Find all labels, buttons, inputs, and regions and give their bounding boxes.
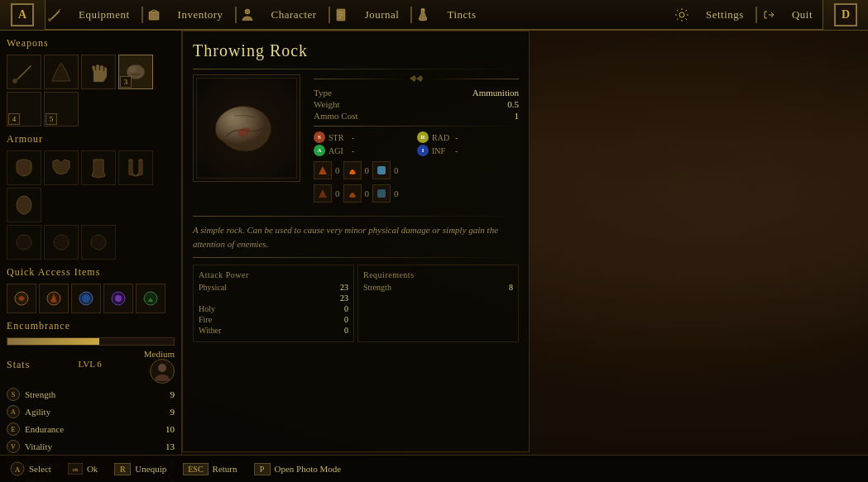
svg-text:ok: ok bbox=[72, 466, 79, 473]
controller-a-icon: A bbox=[10, 461, 25, 476]
nav-sep-1 bbox=[141, 7, 143, 23]
armour-slot-2[interactable] bbox=[44, 150, 79, 185]
stat-endurance: E Endurance 10 bbox=[7, 422, 175, 437]
nav-quit[interactable]: Quit bbox=[782, 0, 822, 30]
svg-point-11 bbox=[128, 66, 137, 73]
nav-sep-2 bbox=[235, 7, 237, 23]
nav-journal[interactable]: Journal bbox=[355, 0, 410, 30]
ok-key-icon: ok bbox=[68, 463, 83, 475]
left-key-badge: A bbox=[11, 3, 34, 26]
slot-badge-4: 3 bbox=[120, 76, 132, 88]
main-item-panel: Throwing Rock bbox=[182, 31, 530, 452]
svg-point-12 bbox=[17, 196, 31, 214]
armour-slot-3[interactable] bbox=[81, 150, 116, 185]
quick-access-title: Quick Access Items bbox=[7, 266, 175, 279]
buff-row-1: 0 0 0 bbox=[314, 161, 519, 179]
endurance-icon: E bbox=[7, 422, 20, 436]
weapon-slot-5[interactable]: 4 bbox=[7, 92, 41, 126]
agi-icon: A bbox=[314, 145, 325, 156]
armour-grid-2 bbox=[7, 225, 175, 260]
qa-slot-1[interactable] bbox=[7, 284, 36, 313]
encumbrance-label: Medium bbox=[7, 349, 175, 359]
top-navigation: A Equipment Inventory Character Journal … bbox=[0, 0, 868, 31]
character-nav-icon bbox=[238, 6, 257, 24]
stat-agility: A Agility 9 bbox=[7, 404, 175, 419]
strength-value: 9 bbox=[158, 389, 175, 399]
item-image-frame bbox=[193, 74, 300, 182]
nav-sep-5 bbox=[755, 7, 757, 23]
requirements-section: Requirements Strength 8 bbox=[357, 265, 519, 342]
stats-title: Stats bbox=[7, 359, 30, 384]
armour-slot-4[interactable] bbox=[118, 150, 153, 185]
qa-slot-4[interactable] bbox=[103, 284, 133, 313]
qa-slot-5[interactable] bbox=[136, 284, 165, 313]
settings-nav-icon bbox=[673, 6, 691, 24]
inf-icon: I bbox=[417, 145, 429, 156]
buff-icon-5 bbox=[343, 184, 362, 203]
svg-point-2 bbox=[245, 9, 250, 14]
ap-value-row: - 23 bbox=[199, 293, 348, 303]
wither-row: Wither 0 bbox=[199, 326, 348, 335]
left-corner-key: A bbox=[0, 0, 46, 30]
ok-action: ok Ok bbox=[68, 463, 98, 475]
armour-slot-6[interactable] bbox=[7, 225, 41, 260]
weapon-slot-6[interactable]: 5 bbox=[44, 92, 79, 126]
nav-equipment[interactable]: Equipment bbox=[69, 0, 140, 30]
desc-divider-top bbox=[193, 216, 519, 217]
player-avatar bbox=[150, 359, 175, 384]
level-badge: LVL 6 bbox=[79, 359, 102, 384]
svg-text:A: A bbox=[15, 465, 21, 474]
svg-point-8 bbox=[679, 12, 684, 17]
endurance-value: 10 bbox=[158, 424, 175, 434]
select-action: A Select bbox=[10, 461, 51, 476]
strength-req-row: Strength 8 bbox=[363, 283, 513, 292]
holy-row: Holy 0 bbox=[199, 304, 348, 313]
nav-inventory[interactable]: Inventory bbox=[168, 0, 233, 30]
rad-attr: R RAD - bbox=[417, 131, 519, 143]
unequip-label: Unequip bbox=[135, 464, 166, 474]
svg-rect-24 bbox=[377, 166, 386, 174]
stats-header: Stats LVL 6 bbox=[7, 359, 175, 384]
slot-badge-5: 4 bbox=[8, 113, 20, 125]
buff-row-2: 0 0 0 bbox=[314, 184, 519, 203]
item-description: A simple rock. Can be used to cause very… bbox=[193, 223, 519, 251]
return-label: Return bbox=[213, 464, 237, 474]
item-display-area: Type Ammunition Weight 0.5 Ammo Cost 1 S… bbox=[193, 74, 519, 208]
nav-settings[interactable]: Settings bbox=[696, 0, 754, 30]
nav-tincts[interactable]: Tincts bbox=[437, 0, 486, 30]
item-title: Throwing Rock bbox=[193, 41, 519, 60]
equipment-nav-icon bbox=[46, 6, 64, 24]
qa-slot-3[interactable] bbox=[71, 284, 101, 313]
weight-row: Weight 0.5 bbox=[314, 99, 519, 109]
inventory-nav-icon bbox=[145, 6, 163, 24]
armour-slot-7[interactable] bbox=[44, 225, 79, 260]
bottom-bar: A Select ok Ok R Unequip ESC Return P Op… bbox=[0, 455, 868, 482]
physical-row: Physical 23 bbox=[199, 283, 348, 292]
photo-label: Open Photo Mode bbox=[275, 464, 342, 474]
armour-slot-5[interactable] bbox=[7, 188, 41, 222]
journal-nav-icon bbox=[332, 6, 350, 24]
buff-icon-4 bbox=[314, 184, 332, 203]
weapon-slot-3[interactable] bbox=[81, 55, 116, 89]
svg-point-19 bbox=[82, 294, 90, 303]
strength-icon: S bbox=[7, 388, 20, 401]
armour-grid bbox=[7, 150, 175, 222]
ammo-cost-row: Ammo Cost 1 bbox=[314, 111, 519, 121]
qa-slot-2[interactable] bbox=[39, 284, 69, 313]
agility-value: 9 bbox=[158, 407, 175, 417]
title-divider bbox=[193, 69, 519, 69]
weapon-slot-2[interactable] bbox=[44, 55, 79, 89]
select-label: Select bbox=[29, 464, 51, 474]
buff-icon-2 bbox=[343, 161, 362, 179]
desc-divider-bottom bbox=[193, 257, 519, 258]
right-corner-key: D bbox=[822, 0, 868, 30]
armour-slot-1[interactable] bbox=[7, 150, 41, 185]
weapon-slot-4[interactable]: 3 bbox=[118, 55, 153, 89]
nav-character[interactable]: Character bbox=[261, 0, 327, 30]
armour-slot-8[interactable] bbox=[81, 225, 116, 260]
vitality-icon: V bbox=[7, 440, 20, 453]
item-rock-image bbox=[209, 99, 284, 157]
attr-grid: S STR - R RAD - A AGI - I INF - bbox=[314, 131, 519, 156]
agility-icon: A bbox=[7, 405, 20, 418]
weapon-slot-1[interactable] bbox=[7, 55, 41, 89]
